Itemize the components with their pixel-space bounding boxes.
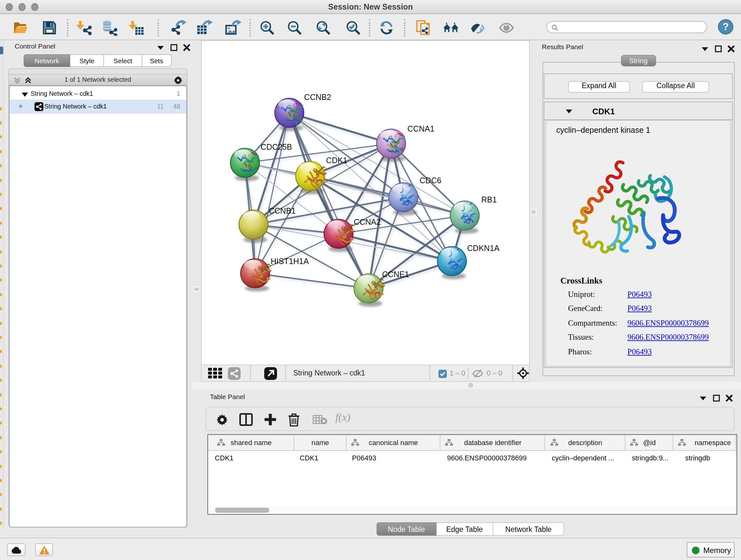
svg-text:RB1: RB1 — [481, 195, 496, 204]
svg-text:CCNA1: CCNA1 — [407, 124, 434, 133]
svg-text:CCNE1: CCNE1 — [382, 269, 409, 278]
svg-text:CDKN1A: CDKN1A — [467, 243, 499, 252]
svg-text:CDK1: CDK1 — [326, 155, 347, 165]
svg-text:CCNA2: CCNA2 — [353, 217, 381, 226]
svg-text:CCNB1: CCNB1 — [268, 206, 295, 215]
svg-text:CDC6: CDC6 — [419, 176, 441, 185]
svg-text:CDC25B: CDC25B — [260, 142, 292, 151]
svg-text:CCNB2: CCNB2 — [304, 92, 331, 101]
svg-text:HIST1H1A: HIST1H1A — [270, 256, 309, 265]
